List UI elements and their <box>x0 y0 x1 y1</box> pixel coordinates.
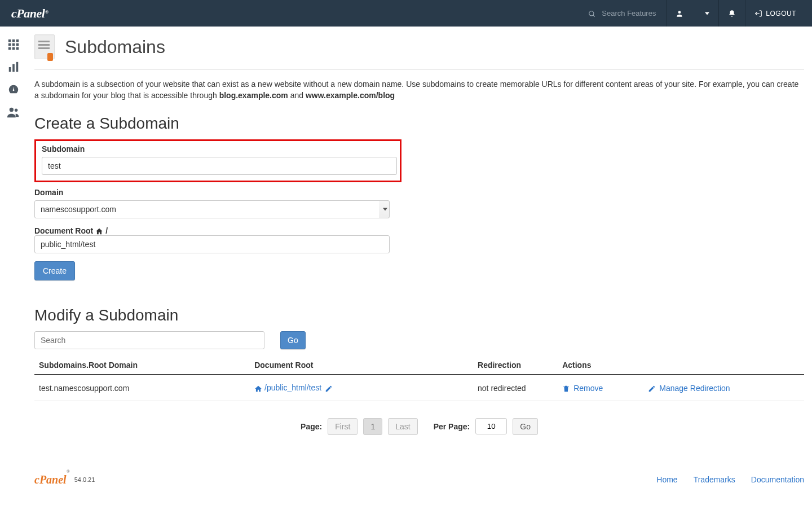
svg-rect-4 <box>8 39 11 42</box>
cell-docroot: /public_html/test <box>250 375 473 401</box>
per-page-label: Per Page: <box>434 422 470 431</box>
create-button[interactable]: Create <box>34 261 75 280</box>
page-header: Subdomains <box>34 31 804 70</box>
search-features-group <box>580 0 667 27</box>
footer-home-link[interactable]: Home <box>656 475 677 484</box>
svg-point-18 <box>14 109 17 112</box>
sidebar-apps-icon[interactable] <box>0 33 27 56</box>
svg-rect-15 <box>16 62 18 72</box>
modify-search-button[interactable]: Go <box>280 331 306 349</box>
pager-first-button[interactable]: First <box>328 418 358 435</box>
svg-rect-11 <box>12 47 15 50</box>
svg-rect-8 <box>12 43 15 46</box>
page-label: Page: <box>301 422 322 431</box>
svg-rect-14 <box>12 64 15 72</box>
col-docroot: Document Root <box>250 356 473 375</box>
search-icon <box>588 8 596 17</box>
logout-label: LOGOUT <box>766 10 796 17</box>
trash-icon <box>562 383 570 392</box>
col-actions: Actions <box>558 356 804 375</box>
docroot-link[interactable]: /public_html/test <box>264 383 321 392</box>
create-subdomain-heading: Create a Subdomain <box>34 115 804 133</box>
user-menu[interactable] <box>667 0 719 27</box>
sidebar-dashboard-icon[interactable] <box>0 78 27 101</box>
remove-link[interactable]: Remove <box>562 383 603 392</box>
page-title: Subdomains <box>65 37 165 58</box>
svg-point-16 <box>12 90 14 91</box>
search-features-input[interactable] <box>602 9 658 17</box>
footer-version: 54.0.21 <box>74 476 95 483</box>
svg-rect-12 <box>16 47 19 50</box>
bell-icon <box>728 9 736 18</box>
footer: cPanel® 54.0.21 Home Trademarks Document… <box>27 458 812 509</box>
pager-current-page[interactable]: 1 <box>363 418 382 435</box>
svg-rect-9 <box>16 43 19 46</box>
pager-last-button[interactable]: Last <box>388 418 417 435</box>
domain-label: Domain <box>34 188 804 197</box>
brand-logo[interactable]: cPanel® <box>11 6 48 21</box>
pencil-icon[interactable] <box>325 383 333 392</box>
svg-point-17 <box>9 108 13 112</box>
footer-logo: cPanel® <box>34 473 70 486</box>
subdomain-field-highlight: Subdomain <box>34 139 401 182</box>
svg-point-2 <box>678 11 681 14</box>
top-navbar: cPanel® LOGOUT <box>0 0 812 27</box>
svg-rect-5 <box>12 39 15 42</box>
svg-rect-6 <box>16 39 19 42</box>
brand-logo-text: cPanel <box>11 6 45 21</box>
logout-icon <box>754 9 762 17</box>
logout-button[interactable]: LOGOUT <box>745 0 805 27</box>
subdomains-page-icon <box>34 34 55 59</box>
col-subdomain: Subdomains.Root Domain <box>34 356 250 375</box>
pagination: Page: First 1 Last Per Page: Go <box>34 418 804 435</box>
intro-text: A subdomain is a subsection of your webs… <box>34 79 804 101</box>
modify-search-input[interactable] <box>34 331 264 349</box>
cell-subdomain: test.namescosupport.com <box>34 375 250 401</box>
caret-down-icon <box>705 9 709 17</box>
subdomain-input[interactable] <box>42 157 397 175</box>
footer-trademarks-link[interactable]: Trademarks <box>694 475 735 484</box>
svg-rect-7 <box>8 43 11 46</box>
modify-subdomain-heading: Modify a Subdomain <box>34 306 804 324</box>
domain-select[interactable]: namescosupport.com <box>34 200 390 218</box>
svg-point-0 <box>589 11 594 15</box>
subdomain-label: Subdomain <box>42 144 394 153</box>
footer-documentation-link[interactable]: Documentation <box>751 475 804 484</box>
document-root-label: Document Root / <box>34 226 804 235</box>
home-icon <box>254 383 264 392</box>
svg-line-1 <box>593 15 595 16</box>
svg-rect-10 <box>8 47 11 50</box>
pencil-icon <box>648 383 656 392</box>
cell-redirection: not redirected <box>473 375 558 401</box>
user-icon <box>676 9 683 18</box>
home-icon <box>95 226 103 235</box>
per-page-go-button[interactable]: Go <box>513 418 538 435</box>
subdomains-table: Subdomains.Root Domain Document Root Red… <box>34 356 804 401</box>
col-redirection: Redirection <box>473 356 558 375</box>
per-page-input[interactable] <box>475 418 507 434</box>
sidebar-users-icon[interactable] <box>0 101 27 124</box>
notifications-button[interactable] <box>719 0 745 27</box>
left-sidebar <box>0 27 27 509</box>
manage-redirection-link[interactable]: Manage Redirection <box>648 383 730 392</box>
table-row: test.namescosupport.com /public_html/tes… <box>34 375 804 401</box>
svg-rect-13 <box>8 67 11 72</box>
document-root-input[interactable] <box>34 235 390 253</box>
sidebar-stats-icon[interactable] <box>0 56 27 78</box>
